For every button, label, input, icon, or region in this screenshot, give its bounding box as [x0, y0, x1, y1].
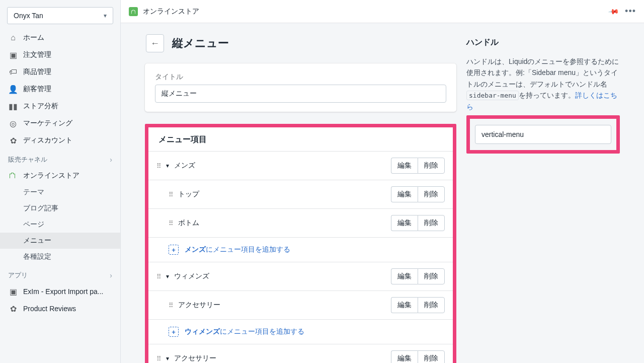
nav-discounts[interactable]: ✿ディスカウント: [0, 132, 120, 149]
chevron-right-icon[interactable]: ›: [110, 156, 112, 164]
apps-nav: ▣ExIm - Export Import pa... ✿Product Rev…: [0, 283, 120, 317]
edit-button[interactable]: 編集: [391, 350, 418, 363]
chevron-down-icon: ▾: [104, 12, 107, 19]
customers-icon: 👤: [8, 84, 18, 94]
nav-orders[interactable]: ▣注文管理: [0, 46, 120, 63]
add-menu-item-row[interactable]: + メンズにメニュー項目を追加する: [148, 237, 453, 262]
handle-description: ハンドルは、Liquidのメニューを参照するために使用されます。例:「Sideb…: [466, 56, 620, 112]
nav-marketing[interactable]: ◎マーケティング: [0, 115, 120, 132]
menu-subitem-row: ⠿ トップ 編集 削除: [148, 180, 453, 208]
app-name: オンラインストア: [143, 7, 199, 16]
pin-icon[interactable]: 📌: [608, 6, 619, 17]
title-input[interactable]: [155, 85, 446, 103]
menu-item-label: メンズ: [174, 161, 195, 170]
menu-item-label: アクセサリー: [174, 354, 216, 363]
topbar: ⛫ オンラインストア 📌 •••: [121, 0, 644, 23]
nav-analytics[interactable]: ▮▮ストア分析: [0, 98, 120, 115]
title-label: タイトル: [155, 72, 446, 82]
menu-item-row: ⠿ ▾ ウィメンズ 編集 削除: [148, 262, 453, 291]
apps-header: アプリ ›: [0, 265, 120, 283]
edit-button[interactable]: 編集: [391, 186, 418, 202]
app-icon: ✿: [8, 304, 18, 314]
menu-item-row: ⠿ ▾ アクセサリー 編集 削除: [148, 344, 453, 363]
drag-handle-icon[interactable]: ⠿: [156, 273, 161, 280]
add-icon: +: [169, 327, 179, 337]
channels-nav: ⛫オンラインストア: [0, 167, 120, 184]
discounts-icon: ✿: [8, 135, 18, 146]
delete-button[interactable]: 削除: [418, 186, 445, 202]
store-selector[interactable]: Onyx Tan ▾: [7, 7, 113, 24]
subnav-themes[interactable]: テーマ: [0, 184, 120, 200]
delete-button[interactable]: 削除: [418, 297, 445, 313]
handle-code: sidebar-menu: [466, 91, 519, 100]
store-name: Onyx Tan: [14, 12, 43, 20]
delete-button[interactable]: 削除: [418, 158, 445, 174]
analytics-icon: ▮▮: [8, 101, 18, 111]
app-exim[interactable]: ▣ExIm - Export Import pa...: [0, 283, 120, 300]
products-icon: 🏷: [8, 67, 18, 77]
menu-item-label: ボトム: [178, 219, 199, 228]
main-content: ⛫ オンラインストア 📌 ••• ← 縦メニュー タイトル: [121, 0, 644, 363]
home-icon: ⌂: [8, 33, 18, 43]
edit-button[interactable]: 編集: [391, 158, 418, 174]
delete-button[interactable]: 削除: [418, 350, 445, 363]
menu-subitem-row: ⠿ アクセサリー 編集 削除: [148, 291, 453, 319]
delete-button[interactable]: 削除: [418, 268, 445, 284]
drag-handle-icon[interactable]: ⠿: [156, 162, 161, 170]
sales-channels-header: 販売チャネル ›: [0, 149, 120, 167]
subnav-settings[interactable]: 各種設定: [0, 249, 120, 265]
handle-input-highlight: [466, 115, 620, 154]
sidebar: Onyx Tan ▾ ⌂ホーム ▣注文管理 🏷商品管理 👤顧客管理 ▮▮ストア分…: [0, 0, 121, 363]
drag-handle-icon[interactable]: ⠿: [169, 220, 173, 227]
nav-customers[interactable]: 👤顧客管理: [0, 81, 120, 98]
handle-panel: ハンドル ハンドルは、Liquidのメニューを参照するために使用されます。例:「…: [466, 34, 620, 154]
subnav-menu[interactable]: メニュー: [0, 233, 120, 249]
store-icon: ⛫: [8, 171, 18, 181]
subnav-blog[interactable]: ブログ記事: [0, 200, 120, 216]
add-menu-item-row[interactable]: + ウィメンズにメニュー項目を追加する: [148, 319, 453, 344]
channel-online-store[interactable]: ⛫オンラインストア: [0, 167, 120, 184]
caret-down-icon[interactable]: ▾: [166, 162, 169, 169]
edit-button[interactable]: 編集: [391, 268, 418, 284]
orders-icon: ▣: [8, 50, 18, 60]
menu-item-label: アクセサリー: [178, 301, 220, 310]
back-button[interactable]: ←: [146, 34, 164, 52]
more-icon[interactable]: •••: [625, 6, 636, 17]
nav-products[interactable]: 🏷商品管理: [0, 63, 120, 81]
drag-handle-icon[interactable]: ⠿: [169, 302, 173, 309]
subnav-pages[interactable]: ページ: [0, 216, 120, 233]
menu-item-label: トップ: [178, 190, 199, 199]
menu-items-header: メニュー項目: [148, 127, 453, 151]
menu-subitem-row: ⠿ ボトム 編集 削除: [148, 208, 453, 237]
nav-home[interactable]: ⌂ホーム: [0, 29, 120, 46]
edit-button[interactable]: 編集: [391, 297, 418, 313]
drag-handle-icon[interactable]: ⠿: [169, 191, 173, 198]
primary-nav: ⌂ホーム ▣注文管理 🏷商品管理 👤顧客管理 ▮▮ストア分析 ◎マーケティング …: [0, 29, 120, 149]
menu-item-row: ⠿ ▾ メンズ 編集 削除: [148, 151, 453, 180]
edit-button[interactable]: 編集: [391, 215, 418, 231]
marketing-icon: ◎: [8, 118, 18, 128]
handle-title: ハンドル: [466, 34, 620, 48]
caret-down-icon[interactable]: ▾: [166, 355, 169, 362]
chevron-right-icon[interactable]: ›: [110, 271, 112, 279]
menu-item-label: ウィメンズ: [174, 272, 209, 281]
delete-button[interactable]: 削除: [418, 215, 445, 231]
online-store-subnav: テーマ ブログ記事 ページ メニュー 各種設定: [0, 184, 120, 265]
app-icon: ▣: [8, 286, 18, 297]
app-reviews[interactable]: ✿Product Reviews: [0, 300, 120, 317]
page-title: 縦メニュー: [172, 36, 229, 51]
page-header: ← 縦メニュー: [145, 34, 456, 52]
title-card: タイトル: [145, 63, 456, 112]
add-icon: +: [169, 245, 179, 255]
handle-input[interactable]: [475, 125, 611, 144]
app-logo-icon: ⛫: [129, 7, 138, 16]
caret-down-icon[interactable]: ▾: [166, 273, 169, 280]
drag-handle-icon[interactable]: ⠿: [156, 355, 161, 362]
menu-items-card: メニュー項目 ⠿ ▾ メンズ 編集 削除: [145, 124, 456, 363]
